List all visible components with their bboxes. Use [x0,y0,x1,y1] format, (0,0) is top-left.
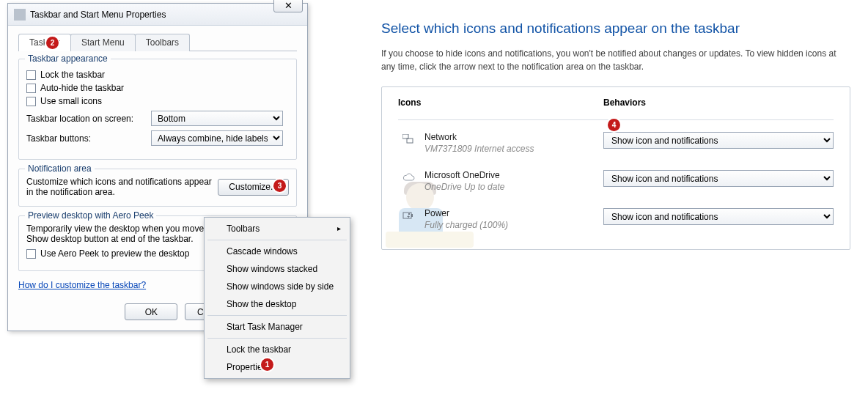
svg-rect-3 [411,214,413,217]
ctx-lock-taskbar[interactable]: Lock the taskbar [206,341,348,358]
ctx-show-desktop[interactable]: Show the desktop [206,295,348,313]
icon-row: Microsoft OneDrive OneDrive Up to date S… [398,170,834,192]
icon-name: Network [424,132,603,142]
help-link[interactable]: How do I customize the taskbar? [18,280,146,290]
separator [207,338,347,339]
icons-grid: Icons Behaviors Network VM7371809 Intern… [381,86,850,250]
behavior-select-network[interactable]: Show icon and notifications [603,132,834,149]
col-header-behaviors: Behaviors [603,97,834,108]
cloud-icon [401,171,416,184]
page-description: If you choose to hide icons and notifica… [381,47,843,73]
group-title: Preview desktop with Aero Peek [25,210,156,221]
ctx-stacked[interactable]: Show windows stacked [206,260,348,278]
chk-autohide[interactable]: Auto-hide the taskbar [26,83,289,93]
tabs: Taskbar Start Menu Toolbars [18,33,297,51]
close-button[interactable]: ✕ [273,0,303,12]
power-icon [401,209,416,222]
label-location: Taskbar location on screen: [26,114,151,124]
select-taskbar-buttons[interactable]: Always combine, hide labels [151,130,283,146]
svg-rect-2 [403,213,411,218]
svg-rect-0 [402,134,408,139]
group-notification-area: Notification area Customize which icons … [18,169,297,207]
ctx-side-by-side[interactable]: Show windows side by side [206,278,348,295]
notification-area-text: Customize which icons and notifications … [26,177,218,197]
col-header-icons: Icons [398,97,603,108]
chk-lock-taskbar[interactable]: Lock the taskbar [26,70,289,80]
chk-small-icons[interactable]: Use small icons [26,96,289,106]
ctx-properties[interactable]: Properties [206,358,348,376]
icon-sub: VM7371809 Internet access [424,144,603,154]
icon-name: Power [424,208,603,218]
behavior-select-power[interactable]: Show icon and notifications [603,208,834,225]
separator [207,240,347,240]
icon-row: Power Fully charged (100%) Show icon and… [398,208,834,230]
ctx-cascade[interactable]: Cascade windows [206,243,348,260]
icon-row: Network VM7371809 Internet access Show i… [398,132,834,154]
label-buttons: Taskbar buttons: [26,133,151,144]
icon-name: Microsoft OneDrive [424,170,603,180]
step-badge-2: 2 [46,37,59,49]
separator [207,315,347,316]
group-taskbar-appearance: Taskbar appearance Lock the taskbar Auto… [18,59,297,160]
tab-toolbars[interactable]: Toolbars [135,34,190,51]
network-icon [401,133,416,146]
window-title: Taskbar and Start Menu Properties [30,10,301,20]
group-title: Notification area [25,163,95,174]
app-icon [14,9,26,21]
step-badge-1: 1 [261,358,273,371]
titlebar[interactable]: Taskbar and Start Menu Properties ✕ [8,4,307,26]
taskbar-context-menu: Toolbars ▸ Cascade windows Show windows … [204,217,350,379]
ok-button[interactable]: OK [125,303,177,320]
ctx-task-manager[interactable]: Start Task Manager [206,318,348,336]
behavior-select-onedrive[interactable]: Show icon and notifications [603,170,834,187]
select-taskbar-location[interactable]: Bottom [151,111,283,126]
step-badge-3: 3 [273,180,286,192]
tab-startmenu[interactable]: Start Menu [70,34,136,51]
tab-taskbar[interactable]: Taskbar [18,34,71,51]
svg-rect-1 [407,139,413,143]
ctx-toolbars[interactable]: Toolbars ▸ [206,220,348,237]
group-title: Taskbar appearance [25,53,111,64]
submenu-arrow-icon: ▸ [337,224,341,232]
svg-rect-4 [408,213,410,215]
icon-sub: OneDrive Up to date [424,182,603,192]
icon-sub: Fully charged (100%) [424,220,603,230]
notification-area-config: Select which icons and notifications app… [381,21,850,250]
step-badge-4: 4 [608,119,620,131]
page-title: Select which icons and notifications app… [381,21,850,37]
